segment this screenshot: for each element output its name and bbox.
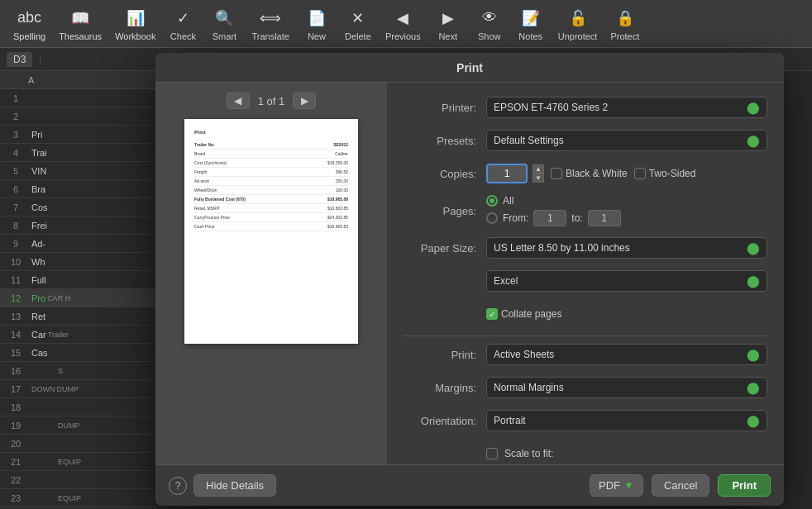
table-row: 7 Cos xyxy=(0,198,157,216)
pages-from-option[interactable]: From: to: xyxy=(486,210,621,226)
print-button[interactable]: Print xyxy=(718,474,771,497)
margins-dropdown-arrow: ⬤ xyxy=(747,381,760,394)
table-row: 20 xyxy=(0,435,157,453)
toolbar-unprotect[interactable]: 🔓 Unprotect xyxy=(552,3,604,45)
table-row: 6 Bra xyxy=(0,180,157,198)
workbook-icon: 📊 xyxy=(124,7,147,30)
footer-left: ? Hide Details xyxy=(169,474,276,497)
orientation-label: Orientation: xyxy=(404,415,486,427)
toolbar-delete[interactable]: ✕ Delete xyxy=(337,3,379,45)
excel-row: Excel ⬤ xyxy=(404,269,767,293)
dialog-body: ◀ 1 of 1 ▶ Print Trailer No:SE0512 Brand… xyxy=(155,83,784,464)
two-sided-checkbox-item[interactable]: Two-Sided xyxy=(634,168,696,179)
table-row: 14 Car Trailer xyxy=(0,326,157,344)
pages-all-option[interactable]: All xyxy=(486,195,621,207)
protect-icon: 🔒 xyxy=(614,7,637,30)
table-row: 13 Ret xyxy=(0,307,157,326)
copies-control: ▲ ▼ Black & White Two-Sided xyxy=(486,164,767,183)
page-preview: Print Trailer No:SE0512 BrandCaliber Cos… xyxy=(184,119,358,344)
presets-dropdown[interactable]: Default Settings ⬤ xyxy=(486,130,767,151)
toolbar-protect[interactable]: 🔒 Protect xyxy=(604,3,646,45)
toolbar-previous[interactable]: ◀ Previous xyxy=(379,3,427,45)
collate-checkbox-item[interactable]: ✓ Collate pages xyxy=(486,308,561,320)
presets-label: Presets: xyxy=(404,135,486,147)
pages-to-input[interactable] xyxy=(588,210,621,226)
toolbar-workbook[interactable]: 📊 Workbook xyxy=(108,3,162,45)
paper-size-control: US Letter 8.50 by 11.00 inches ⬤ xyxy=(486,237,767,259)
copies-input[interactable] xyxy=(486,164,528,183)
from-to-control: From: to: xyxy=(503,210,621,226)
toolbar-smart[interactable]: 🔍 Smart xyxy=(203,3,245,45)
new-icon: 📄 xyxy=(305,7,328,30)
bw-checkbox-item[interactable]: Black & White xyxy=(551,168,628,179)
unprotect-icon: 🔓 xyxy=(566,7,590,30)
toolbar-translate[interactable]: ⟺ Translate xyxy=(245,3,295,45)
collate-control: ✓ Collate pages xyxy=(486,308,767,320)
printer-label: Printer: xyxy=(404,102,486,114)
orientation-dropdown[interactable]: Portrait ⬤ xyxy=(486,410,767,431)
delete-icon: ✕ xyxy=(346,7,370,30)
translate-icon: ⟺ xyxy=(259,7,282,30)
table-row: 16 S xyxy=(0,362,157,380)
copies-decrement-button[interactable]: ▼ xyxy=(533,174,544,183)
hide-details-button[interactable]: Hide Details xyxy=(193,474,276,497)
next-icon: ▶ xyxy=(437,7,460,30)
toolbar-spelling[interactable]: abc Spelling xyxy=(7,3,52,45)
orientation-dropdown-arrow: ⬤ xyxy=(747,414,760,427)
copies-increment-button[interactable]: ▲ xyxy=(533,164,544,174)
toolbar-check[interactable]: ✓ Check xyxy=(162,3,203,45)
page-indicator: 1 of 1 xyxy=(258,95,285,107)
copies-stepper: ▲ ▼ xyxy=(533,164,544,183)
excel-dropdown-arrow: ⬤ xyxy=(747,274,760,288)
pages-from-radio[interactable] xyxy=(486,212,498,224)
pages-label: Pages: xyxy=(404,205,486,217)
table-row: 12 Pro CAR H xyxy=(0,289,157,307)
pages-all-radio[interactable] xyxy=(486,195,498,207)
table-row: 18 xyxy=(0,398,157,416)
prev-page-button[interactable]: ◀ xyxy=(227,93,250,109)
table-row: 9 Ad- xyxy=(0,235,157,253)
print-dialog: Print ◀ 1 of 1 ▶ Print Trailer No:SE0512… xyxy=(155,53,784,506)
toolbar-notes[interactable]: 📝 Notes xyxy=(510,3,552,45)
table-row: 2 xyxy=(0,107,157,126)
cell-reference: D3 xyxy=(7,52,32,67)
preview-content: Print Trailer No:SE0512 BrandCaliber Cos… xyxy=(194,129,348,231)
print-setting-dropdown[interactable]: Active Sheets ⬤ xyxy=(486,344,767,365)
pdf-dropdown-arrow[interactable]: ▼ xyxy=(623,479,634,492)
table-row: 23 EQUIP xyxy=(0,489,157,507)
paper-size-dropdown[interactable]: US Letter 8.50 by 11.00 inches ⬤ xyxy=(486,237,767,259)
notes-icon: 📝 xyxy=(519,7,542,30)
printer-row: Printer: EPSON ET-4760 Series 2 ⬤ xyxy=(404,96,767,119)
thesaurus-icon: 📖 xyxy=(69,7,92,30)
bw-checkbox[interactable] xyxy=(551,168,562,179)
presets-row: Presets: Default Settings ⬤ xyxy=(404,129,767,152)
show-icon: 👁 xyxy=(478,7,501,30)
next-page-button[interactable]: ▶ xyxy=(293,93,316,109)
table-row: 11 Full xyxy=(0,271,157,289)
preview-panel: ◀ 1 of 1 ▶ Print Trailer No:SE0512 Brand… xyxy=(155,83,387,464)
dialog-title: Print xyxy=(155,53,784,83)
printer-dropdown[interactable]: EPSON ET-4760 Series 2 ⬤ xyxy=(486,97,767,118)
pages-row: Pages: All From: to: xyxy=(404,195,767,226)
margins-label: Margins: xyxy=(404,382,486,394)
table-row: 8 Frei xyxy=(0,216,157,235)
scale-checkbox[interactable] xyxy=(486,448,498,459)
margins-dropdown[interactable]: Normal Margins ⬤ xyxy=(486,377,767,398)
excel-dropdown[interactable]: Excel ⬤ xyxy=(486,270,767,292)
paper-size-dropdown-arrow: ⬤ xyxy=(747,241,760,254)
cancel-button[interactable]: Cancel xyxy=(652,474,709,497)
toolbar-thesaurus[interactable]: 📖 Thesaurus xyxy=(52,3,108,45)
two-sided-checkbox[interactable] xyxy=(634,168,646,179)
table-row: 10 Wh xyxy=(0,253,157,271)
toolbar-new[interactable]: 📄 New xyxy=(296,3,337,45)
pages-from-input[interactable] xyxy=(533,210,566,226)
page-navigation: ◀ 1 of 1 ▶ xyxy=(227,93,317,109)
collate-checkbox[interactable]: ✓ xyxy=(486,308,498,320)
excel-control: Excel ⬤ xyxy=(486,270,767,292)
toolbar-show[interactable]: 👁 Show xyxy=(469,3,510,45)
smart-icon: 🔍 xyxy=(213,7,236,30)
help-button[interactable]: ? xyxy=(169,477,187,495)
pdf-button[interactable]: PDF ▼ xyxy=(590,474,643,497)
table-row: 1 xyxy=(0,89,157,107)
toolbar-next[interactable]: ▶ Next xyxy=(427,3,469,45)
